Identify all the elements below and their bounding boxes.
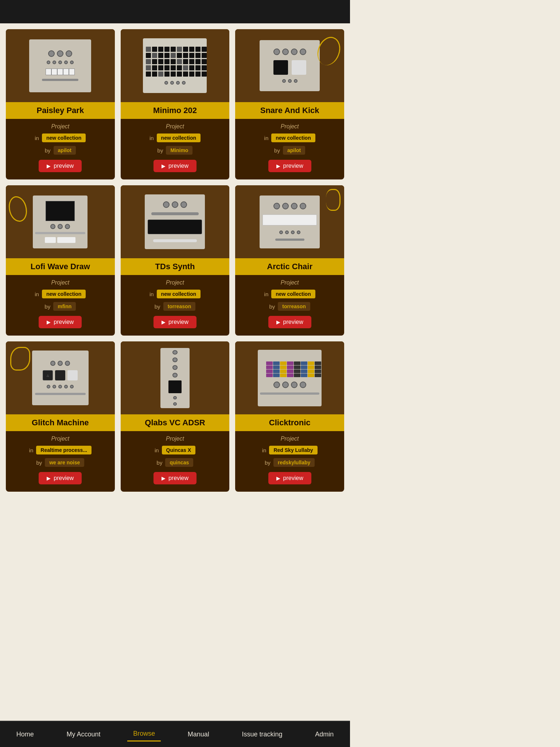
card-author-glitch-machine[interactable]: we are noise	[45, 458, 84, 467]
by-label: by	[269, 303, 275, 310]
card-collection-arctic-chair[interactable]: new collection	[271, 290, 315, 298]
card-author-paisley-park[interactable]: apilot	[54, 146, 76, 155]
card-title-tds-synth: TDs Synth	[125, 262, 225, 271]
preview-button-minimo-202[interactable]: preview	[153, 160, 197, 172]
preview-button-clicktronic[interactable]: preview	[268, 472, 311, 484]
preview-button-qlabs-vc-adsr[interactable]: preview	[153, 472, 197, 484]
card-author-snare-and-kick[interactable]: apilot	[283, 146, 305, 155]
in-label: in	[155, 447, 159, 453]
card-type-qlabs-vc-adsr: Project	[166, 436, 184, 442]
in-label: in	[35, 291, 39, 297]
card-clicktronic: ClicktronicProjectinRed Sky Lullabybyred…	[235, 341, 344, 492]
card-title-glitch-machine: Glitch Machine	[10, 418, 110, 427]
card-type-paisley-park: Project	[51, 123, 69, 130]
card-type-minimo-202: Project	[166, 123, 184, 130]
card-author-qlabs-vc-adsr[interactable]: quincas	[165, 458, 193, 467]
card-title-snare-and-kick: Snare And Kick	[240, 106, 340, 115]
card-tds-synth: TDs SynthProjectinnew collectionbytorrea…	[121, 185, 230, 336]
card-collection-qlabs-vc-adsr[interactable]: Quincas X	[162, 446, 195, 454]
in-label: in	[264, 135, 269, 141]
card-type-lofi-wave-draw: Project	[51, 279, 69, 286]
card-type-snare-and-kick: Project	[281, 123, 299, 130]
preview-button-tds-synth[interactable]: preview	[153, 316, 197, 328]
in-label: in	[149, 291, 154, 297]
preview-button-glitch-machine[interactable]: preview	[39, 472, 82, 484]
in-label: in	[149, 135, 154, 141]
card-grid: Paisley ParkProjectinnew collectionbyapi…	[0, 23, 350, 498]
card-author-clicktronic[interactable]: redskylullaby	[273, 458, 315, 467]
card-minimo-202: Minimo 202Projectinnew collectionbyMinim…	[121, 29, 230, 179]
preview-button-arctic-chair[interactable]: preview	[268, 316, 311, 328]
card-title-clicktronic: Clicktronic	[240, 418, 340, 427]
preview-button-snare-and-kick[interactable]: preview	[268, 160, 311, 172]
by-label: by	[158, 147, 163, 154]
card-author-arctic-chair[interactable]: torreason	[278, 302, 310, 311]
card-title-arctic-chair: Arctic Chair	[240, 262, 340, 271]
preview-button-paisley-park[interactable]: preview	[39, 160, 82, 172]
by-label: by	[45, 147, 51, 154]
card-author-minimo-202[interactable]: Minimo	[166, 146, 192, 155]
by-label: by	[265, 460, 271, 466]
card-collection-snare-and-kick[interactable]: new collection	[271, 133, 315, 142]
in-label: in	[262, 447, 267, 453]
card-title-paisley-park: Paisley Park	[10, 106, 110, 115]
in-label: in	[29, 447, 34, 453]
app-header	[0, 0, 350, 23]
card-collection-minimo-202[interactable]: new collection	[157, 133, 201, 142]
card-title-qlabs-vc-adsr: Qlabs VC ADSR	[125, 418, 225, 427]
card-type-arctic-chair: Project	[281, 279, 299, 286]
card-snare-and-kick: Snare And KickProjectinnew collectionbya…	[235, 29, 344, 179]
in-label: in	[35, 135, 39, 141]
card-collection-clicktronic[interactable]: Red Sky Lullaby	[269, 446, 317, 454]
card-lofi-wave-draw: Lofi Wave DrawProjectinnew collectionbym…	[6, 185, 115, 336]
card-author-lofi-wave-draw[interactable]: mfinn	[53, 302, 76, 311]
card-type-tds-synth: Project	[166, 279, 184, 286]
card-paisley-park: Paisley ParkProjectinnew collectionbyapi…	[6, 29, 115, 179]
card-author-tds-synth[interactable]: torreason	[163, 302, 196, 311]
by-label: by	[155, 303, 160, 310]
card-type-glitch-machine: Project	[51, 436, 69, 442]
by-label: by	[157, 460, 163, 466]
card-collection-lofi-wave-draw[interactable]: new collection	[42, 290, 86, 298]
card-collection-tds-synth[interactable]: new collection	[157, 290, 201, 298]
card-type-clicktronic: Project	[281, 436, 299, 442]
in-label: in	[264, 291, 269, 297]
card-collection-glitch-machine[interactable]: Realtime process...	[36, 446, 92, 454]
preview-button-lofi-wave-draw[interactable]: preview	[39, 316, 82, 328]
by-label: by	[44, 303, 50, 310]
by-label: by	[36, 460, 42, 466]
card-title-lofi-wave-draw: Lofi Wave Draw	[10, 262, 110, 271]
card-glitch-machine: △ Glitch MachineProjectinRealtime proces…	[6, 341, 115, 492]
card-qlabs-vc-adsr: Qlabs VC ADSRProjectinQuincas Xbyquincas…	[121, 341, 230, 492]
card-collection-paisley-park[interactable]: new collection	[42, 133, 86, 142]
by-label: by	[274, 147, 280, 154]
card-title-minimo-202: Minimo 202	[125, 106, 225, 115]
card-arctic-chair: Arctic ChairProjectinnew collectionbytor…	[235, 185, 344, 336]
